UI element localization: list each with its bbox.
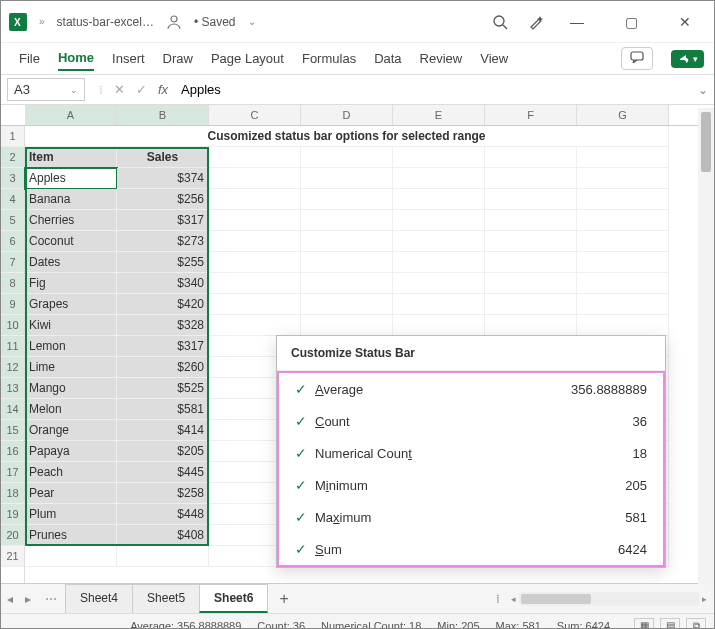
cell-sales[interactable]: $581 bbox=[117, 399, 209, 420]
close-button[interactable]: ✕ bbox=[664, 8, 706, 36]
cell-empty[interactable] bbox=[301, 273, 393, 294]
cell-empty[interactable] bbox=[301, 315, 393, 336]
row-header-6[interactable]: 6 bbox=[1, 231, 24, 252]
row-header-11[interactable]: 11 bbox=[1, 336, 24, 357]
expand-formula-bar-button[interactable]: ⌄ bbox=[692, 83, 714, 97]
popup-item[interactable]: ✓Minimum205 bbox=[279, 469, 663, 501]
cell-empty[interactable] bbox=[301, 147, 393, 168]
cell-sales[interactable]: $273 bbox=[117, 231, 209, 252]
header-sales[interactable]: Sales bbox=[117, 147, 209, 168]
sheet-nav-right-icon[interactable]: ▸ bbox=[19, 592, 37, 606]
row-header-10[interactable]: 10 bbox=[1, 315, 24, 336]
cell-empty[interactable] bbox=[301, 231, 393, 252]
header-item[interactable]: Item bbox=[25, 147, 117, 168]
sheet-tab-sheet5[interactable]: Sheet5 bbox=[132, 584, 200, 613]
cell-sales[interactable]: $525 bbox=[117, 378, 209, 399]
column-header-b[interactable]: B bbox=[117, 105, 209, 125]
cell-empty[interactable] bbox=[577, 231, 669, 252]
cell-empty[interactable] bbox=[209, 252, 301, 273]
cell-sales[interactable]: $328 bbox=[117, 315, 209, 336]
cell-item[interactable]: Coconut bbox=[25, 231, 117, 252]
popup-item[interactable]: ✓Count36 bbox=[279, 405, 663, 437]
status-bar[interactable]: Average: 356.8888889Count: 36Numerical C… bbox=[1, 613, 714, 629]
name-box-dropdown-icon[interactable]: ⌄ bbox=[70, 85, 78, 95]
comments-button[interactable] bbox=[621, 47, 653, 70]
tab-data[interactable]: Data bbox=[374, 47, 401, 70]
popup-item[interactable]: ✓Maximum581 bbox=[279, 501, 663, 533]
title-cell[interactable]: Cusomized status bar options for selecte… bbox=[25, 126, 669, 147]
tab-view[interactable]: View bbox=[480, 47, 508, 70]
tab-draw[interactable]: Draw bbox=[163, 47, 193, 70]
row-header-1[interactable]: 1 bbox=[1, 126, 24, 147]
row-header-8[interactable]: 8 bbox=[1, 273, 24, 294]
insert-function-button[interactable]: fx bbox=[153, 80, 173, 100]
cell-sales[interactable]: $420 bbox=[117, 294, 209, 315]
cell-sales[interactable]: $374 bbox=[117, 168, 209, 189]
cell-item[interactable]: Cherries bbox=[25, 210, 117, 231]
row-header-18[interactable]: 18 bbox=[1, 483, 24, 504]
maximize-button[interactable]: ▢ bbox=[610, 8, 652, 36]
column-header-f[interactable]: F bbox=[485, 105, 577, 125]
cell-sales[interactable]: $448 bbox=[117, 504, 209, 525]
popup-item[interactable]: ✓Average356.8888889 bbox=[279, 373, 663, 405]
search-icon[interactable] bbox=[492, 14, 508, 30]
cell-item[interactable]: Plum bbox=[25, 504, 117, 525]
cell-empty[interactable] bbox=[485, 147, 577, 168]
cell-item[interactable]: Lime bbox=[25, 357, 117, 378]
enter-formula-button[interactable]: ✓ bbox=[131, 80, 151, 100]
cell-empty[interactable] bbox=[485, 252, 577, 273]
row-header-4[interactable]: 4 bbox=[1, 189, 24, 210]
cell-sales[interactable]: $408 bbox=[117, 525, 209, 546]
minimize-button[interactable]: — bbox=[556, 8, 598, 36]
cell-empty[interactable] bbox=[577, 315, 669, 336]
cell-empty[interactable] bbox=[209, 168, 301, 189]
row-header-5[interactable]: 5 bbox=[1, 210, 24, 231]
cell-empty[interactable] bbox=[209, 210, 301, 231]
cell-sales[interactable]: $317 bbox=[117, 336, 209, 357]
cell-empty[interactable] bbox=[393, 294, 485, 315]
row-header-9[interactable]: 9 bbox=[1, 294, 24, 315]
formula-input[interactable] bbox=[173, 79, 692, 100]
cell-empty[interactable] bbox=[209, 294, 301, 315]
cell-item[interactable]: Melon bbox=[25, 399, 117, 420]
row-header-3[interactable]: 3 bbox=[1, 168, 24, 189]
cell-empty[interactable] bbox=[209, 189, 301, 210]
cell-empty[interactable] bbox=[25, 546, 117, 567]
user-icon[interactable] bbox=[166, 14, 182, 30]
cell-sales[interactable]: $258 bbox=[117, 483, 209, 504]
popup-item[interactable]: ✓Numerical Count18 bbox=[279, 437, 663, 469]
sheet-tab-sheet6[interactable]: Sheet6 bbox=[199, 584, 268, 613]
column-header-e[interactable]: E bbox=[393, 105, 485, 125]
row-header-2[interactable]: 2 bbox=[1, 147, 24, 168]
tab-page-layout[interactable]: Page Layout bbox=[211, 47, 284, 70]
cell-sales[interactable]: $445 bbox=[117, 462, 209, 483]
cell-empty[interactable] bbox=[117, 546, 209, 567]
cell-empty[interactable] bbox=[209, 147, 301, 168]
cell-item[interactable]: Mango bbox=[25, 378, 117, 399]
row-headers[interactable]: 123456789101112131415161718192021 bbox=[1, 126, 25, 583]
more-sheets-button[interactable]: ⋯ bbox=[37, 592, 65, 606]
cell-item[interactable]: Banana bbox=[25, 189, 117, 210]
cell-item[interactable]: Kiwi bbox=[25, 315, 117, 336]
cell-item[interactable]: Prunes bbox=[25, 525, 117, 546]
page-break-view-button[interactable]: ⧉ bbox=[686, 618, 706, 630]
share-button[interactable]: ▾ bbox=[671, 50, 704, 68]
cell-empty[interactable] bbox=[393, 252, 485, 273]
cell-empty[interactable] bbox=[393, 231, 485, 252]
cell-empty[interactable] bbox=[485, 210, 577, 231]
cell-empty[interactable] bbox=[485, 231, 577, 252]
cell-sales[interactable]: $340 bbox=[117, 273, 209, 294]
row-header-12[interactable]: 12 bbox=[1, 357, 24, 378]
row-header-17[interactable]: 17 bbox=[1, 462, 24, 483]
cell-empty[interactable] bbox=[485, 273, 577, 294]
cell-empty[interactable] bbox=[209, 231, 301, 252]
row-header-14[interactable]: 14 bbox=[1, 399, 24, 420]
cancel-formula-button[interactable]: ✕ bbox=[109, 80, 129, 100]
cell-empty[interactable] bbox=[577, 189, 669, 210]
tab-insert[interactable]: Insert bbox=[112, 47, 145, 70]
magic-icon[interactable] bbox=[528, 14, 544, 30]
column-header-d[interactable]: D bbox=[301, 105, 393, 125]
row-header-19[interactable]: 19 bbox=[1, 504, 24, 525]
cell-empty[interactable] bbox=[301, 189, 393, 210]
horizontal-scrollbar-thumb[interactable] bbox=[521, 594, 591, 604]
